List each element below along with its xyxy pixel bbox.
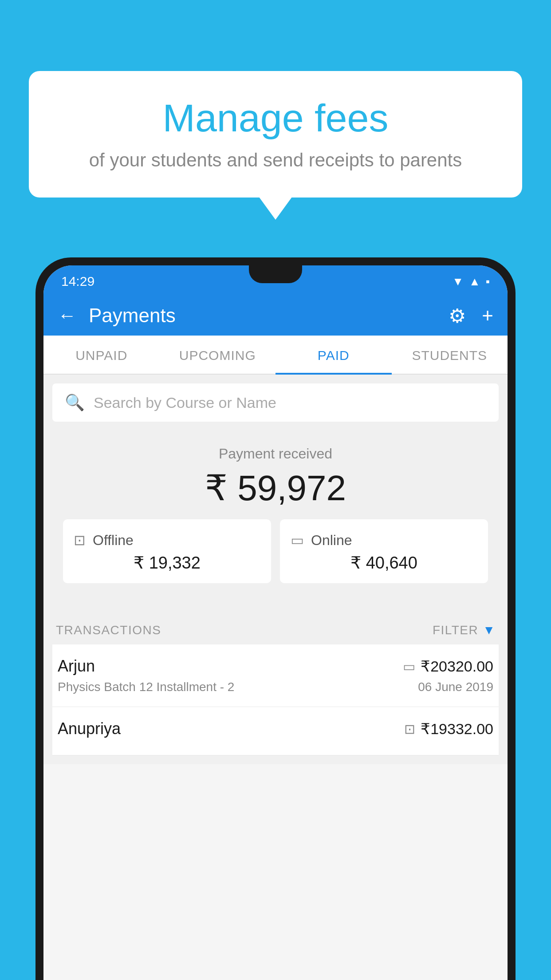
offline-icon: ⊡: [74, 532, 86, 549]
transaction-bottom-1: Physics Batch 12 Installment - 2 06 June…: [58, 680, 493, 694]
filter-label: FILTER: [433, 623, 478, 637]
phone-frame: 14:29 ▼ ▲ ▪ ← Payments ⚙ + UNPAID: [35, 257, 516, 980]
app-bar: ← Payments ⚙ +: [43, 296, 508, 336]
search-placeholder: Search by Course or Name: [94, 394, 276, 411]
table-row[interactable]: Anupriya ⊡ ₹19332.00: [52, 707, 499, 755]
app-bar-title: Payments: [89, 304, 449, 327]
transaction-name-1: Arjun: [58, 657, 95, 676]
filter-button[interactable]: FILTER ▼: [433, 623, 495, 637]
phone-screen: 14:29 ▼ ▲ ▪ ← Payments ⚙ + UNPAID: [43, 265, 508, 980]
status-icons: ▼ ▲ ▪: [452, 275, 490, 288]
phone-notch: [249, 265, 302, 283]
tab-paid[interactable]: PAID: [276, 336, 392, 374]
search-bar[interactable]: 🔍 Search by Course or Name: [52, 383, 499, 422]
online-card-header: ▭ Online: [291, 532, 477, 549]
online-payment-icon-1: ▭: [403, 659, 415, 674]
signal-icon: ▲: [469, 275, 480, 288]
transaction-date-1: 06 June 2019: [418, 680, 493, 694]
transactions-header: TRANSACTIONS FILTER ▼: [52, 614, 499, 644]
payment-received-label: Payment received: [61, 446, 490, 462]
offline-amount: ₹ 19,332: [74, 553, 260, 573]
online-icon: ▭: [291, 532, 304, 549]
tabs: UNPAID UPCOMING PAID STUDENTS: [43, 336, 508, 375]
bubble-title: Manage fees: [55, 95, 496, 141]
transaction-top-2: Anupriya ⊡ ₹19332.00: [58, 719, 493, 738]
payment-cards: ⊡ Offline ₹ 19,332 ▭ Online ₹ 40,640: [61, 519, 490, 583]
search-icon: 🔍: [65, 393, 85, 412]
transaction-amount-container-2: ⊡ ₹19332.00: [404, 720, 493, 738]
speech-bubble-container: Manage fees of your students and send re…: [29, 71, 522, 198]
transaction-name-2: Anupriya: [58, 719, 121, 738]
online-card: ▭ Online ₹ 40,640: [280, 519, 488, 583]
app-bar-actions: ⚙ +: [449, 304, 493, 327]
filter-icon: ▼: [483, 623, 495, 637]
transaction-course-1: Physics Batch 12 Installment - 2: [58, 680, 234, 694]
back-button[interactable]: ←: [58, 305, 76, 326]
transactions-label: TRANSACTIONS: [56, 623, 161, 637]
phone-container: 14:29 ▼ ▲ ▪ ← Payments ⚙ + UNPAID: [35, 257, 516, 980]
plus-icon[interactable]: +: [482, 304, 493, 327]
battery-icon: ▪: [486, 275, 490, 288]
transaction-top-1: Arjun ▭ ₹20320.00: [58, 657, 493, 676]
offline-card-header: ⊡ Offline: [74, 532, 260, 549]
online-amount: ₹ 40,640: [291, 553, 477, 573]
offline-card: ⊡ Offline ₹ 19,332: [63, 519, 271, 583]
bubble-subtitle: of your students and send receipts to pa…: [55, 150, 496, 171]
transaction-amount-1: ₹20320.00: [421, 657, 493, 675]
transaction-list: Arjun ▭ ₹20320.00 Physics Batch 12 Insta…: [52, 644, 499, 755]
content-area: 🔍 Search by Course or Name Payment recei…: [43, 375, 508, 764]
gear-icon[interactable]: ⚙: [449, 304, 466, 327]
online-label: Online: [311, 532, 352, 549]
offline-payment-icon-2: ⊡: [404, 721, 415, 737]
table-row[interactable]: Arjun ▭ ₹20320.00 Physics Batch 12 Insta…: [52, 644, 499, 707]
status-time: 14:29: [61, 274, 94, 289]
tab-upcoming[interactable]: UPCOMING: [160, 336, 276, 374]
tab-students[interactable]: STUDENTS: [392, 336, 508, 374]
speech-bubble: Manage fees of your students and send re…: [29, 71, 522, 198]
payment-total-amount: ₹ 59,972: [61, 467, 490, 509]
payment-summary: Payment received ₹ 59,972 ⊡ Offline ₹ 19…: [52, 432, 499, 607]
tab-unpaid[interactable]: UNPAID: [43, 336, 160, 374]
offline-label: Offline: [93, 532, 134, 549]
transaction-amount-2: ₹19332.00: [421, 720, 493, 738]
wifi-icon: ▼: [452, 275, 464, 288]
transaction-amount-container-1: ▭ ₹20320.00: [403, 657, 493, 675]
